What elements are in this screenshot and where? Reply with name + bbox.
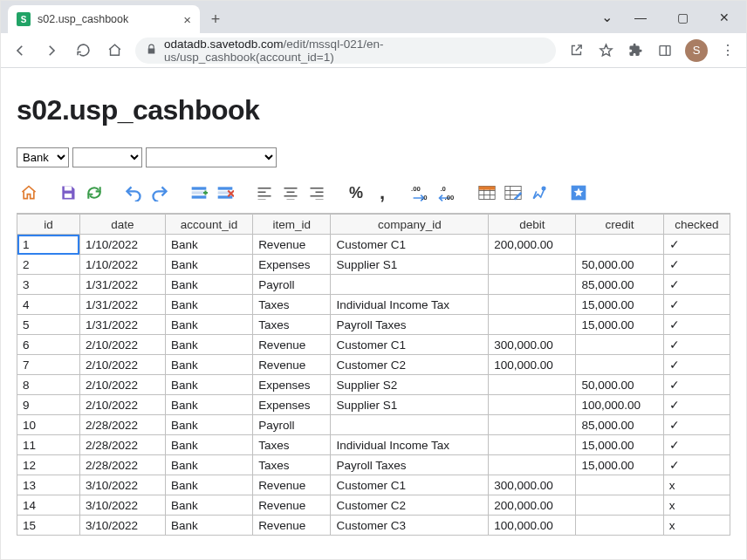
cell-item[interactable]: Revenue bbox=[253, 355, 331, 375]
cell-company[interactable]: Customer C1 bbox=[331, 475, 489, 495]
cell-checked[interactable]: ✓ bbox=[663, 255, 730, 275]
cell-date[interactable]: 1/31/2022 bbox=[79, 315, 165, 335]
home-icon[interactable] bbox=[17, 181, 41, 204]
cell-company[interactable] bbox=[331, 415, 489, 435]
cell-account[interactable]: Bank bbox=[165, 355, 252, 375]
cell-account[interactable]: Bank bbox=[165, 516, 252, 536]
cell-checked[interactable]: ✓ bbox=[663, 415, 730, 435]
cell-account[interactable]: Bank bbox=[165, 295, 252, 315]
cell-account[interactable]: Bank bbox=[165, 395, 252, 415]
cell-id[interactable]: 15 bbox=[17, 516, 80, 536]
table-row[interactable]: 21/10/2022BankExpensesSupplier S150,000.… bbox=[17, 255, 730, 275]
cell-debit[interactable]: 200,000.00 bbox=[489, 495, 576, 516]
cell-date[interactable]: 2/28/2022 bbox=[79, 455, 165, 475]
cell-item[interactable]: Revenue bbox=[253, 495, 331, 516]
cell-id[interactable]: 11 bbox=[17, 435, 80, 455]
cell-credit[interactable]: 85,000.00 bbox=[576, 415, 663, 435]
cell-id[interactable]: 9 bbox=[17, 395, 80, 415]
cell-company[interactable]: Customer C1 bbox=[331, 335, 489, 355]
cell-account[interactable]: Bank bbox=[165, 475, 252, 495]
cell-item[interactable]: Taxes bbox=[253, 435, 331, 455]
cell-account[interactable]: Bank bbox=[165, 495, 252, 516]
table-row[interactable]: 41/31/2022BankTaxesIndividual Income Tax… bbox=[17, 295, 730, 315]
sidepanel-button[interactable] bbox=[652, 38, 678, 64]
cell-checked[interactable]: ✓ bbox=[663, 295, 730, 315]
cell-credit[interactable] bbox=[576, 355, 663, 375]
bookmark-button[interactable] bbox=[593, 38, 619, 64]
cell-item[interactable]: Payroll bbox=[253, 275, 331, 295]
cell-date[interactable]: 3/10/2022 bbox=[79, 475, 165, 495]
table-row[interactable]: 133/10/2022BankRevenueCustomer C1300,000… bbox=[17, 475, 730, 495]
table-row[interactable]: 102/28/2022BankPayroll85,000.00✓ bbox=[17, 415, 730, 435]
table-row[interactable]: 82/10/2022BankExpensesSupplier S250,000.… bbox=[17, 375, 730, 395]
cell-account[interactable]: Bank bbox=[165, 455, 252, 475]
cell-credit[interactable]: 100,000.00 bbox=[576, 395, 663, 415]
cell-id[interactable]: 5 bbox=[17, 315, 80, 335]
cell-id[interactable]: 8 bbox=[17, 375, 80, 395]
favorite-icon[interactable] bbox=[566, 181, 591, 204]
company-filter[interactable] bbox=[146, 147, 277, 167]
cell-item[interactable]: Taxes bbox=[253, 315, 331, 335]
cell-date[interactable]: 2/10/2022 bbox=[79, 335, 165, 355]
back-button[interactable] bbox=[6, 37, 34, 65]
cell-company[interactable]: Customer C2 bbox=[331, 495, 489, 516]
percent-format-icon[interactable]: % bbox=[344, 181, 368, 204]
table-row[interactable]: 112/28/2022BankTaxesIndividual Income Ta… bbox=[17, 435, 730, 455]
close-window-button[interactable]: ✕ bbox=[706, 4, 743, 31]
table-row[interactable]: 92/10/2022BankExpensesSupplier S1100,000… bbox=[17, 395, 730, 415]
cell-checked[interactable]: ✓ bbox=[663, 235, 730, 255]
cell-checked[interactable]: ✓ bbox=[663, 395, 730, 415]
header-debit[interactable]: debit bbox=[489, 215, 576, 235]
cell-debit[interactable] bbox=[489, 395, 576, 415]
cell-checked[interactable]: x bbox=[663, 495, 730, 516]
cell-company[interactable]: Supplier S1 bbox=[331, 395, 489, 415]
cell-account[interactable]: Bank bbox=[165, 255, 252, 275]
cell-credit[interactable]: 15,000.00 bbox=[576, 435, 663, 455]
table-row[interactable]: 72/10/2022BankRevenueCustomer C2100,000.… bbox=[17, 355, 730, 375]
cell-company[interactable]: Customer C2 bbox=[331, 355, 489, 375]
browser-tab-active[interactable]: S s02.usp_cashbook × bbox=[8, 5, 200, 33]
cell-item[interactable]: Expenses bbox=[253, 375, 331, 395]
cell-item[interactable]: Payroll bbox=[253, 415, 331, 435]
header-id[interactable]: id bbox=[17, 215, 80, 235]
cell-debit[interactable] bbox=[489, 295, 576, 315]
cell-checked[interactable]: ✓ bbox=[663, 335, 730, 355]
cell-id[interactable]: 14 bbox=[17, 495, 80, 516]
cell-credit[interactable] bbox=[576, 475, 663, 495]
cell-credit[interactable] bbox=[576, 495, 663, 516]
url-input[interactable]: odatadb.savetodb.com/edit/mssql-021/en-u… bbox=[135, 38, 556, 64]
account-filter[interactable]: Bank bbox=[17, 147, 69, 167]
cell-credit[interactable]: 50,000.00 bbox=[576, 375, 663, 395]
cell-checked[interactable]: ✓ bbox=[663, 375, 730, 395]
cell-company[interactable]: Customer C1 bbox=[331, 235, 489, 255]
header-date[interactable]: date bbox=[79, 215, 165, 235]
cell-company[interactable]: Supplier S1 bbox=[331, 255, 489, 275]
table-row[interactable]: 153/10/2022BankRevenueCustomer C3100,000… bbox=[17, 516, 730, 536]
forward-button[interactable] bbox=[38, 37, 65, 65]
cell-debit[interactable]: 300,000.00 bbox=[489, 475, 576, 495]
redo-icon[interactable] bbox=[147, 181, 172, 204]
header-item[interactable]: item_id bbox=[253, 215, 331, 235]
cell-date[interactable]: 3/10/2022 bbox=[79, 495, 165, 516]
profile-avatar[interactable]: S bbox=[685, 39, 708, 62]
cell-debit[interactable]: 100,000.00 bbox=[489, 516, 576, 536]
cell-account[interactable]: Bank bbox=[165, 275, 252, 295]
chevron-down-icon[interactable]: ⌄ bbox=[596, 4, 617, 31]
cell-credit[interactable]: 15,000.00 bbox=[576, 455, 663, 475]
undo-icon[interactable] bbox=[121, 181, 146, 204]
table-row[interactable]: 31/31/2022BankPayroll85,000.00✓ bbox=[17, 275, 730, 295]
cell-checked[interactable]: ✓ bbox=[663, 455, 730, 475]
kebab-menu[interactable]: ⋮ bbox=[715, 38, 741, 64]
reload-button[interactable] bbox=[69, 37, 97, 65]
cell-checked[interactable]: x bbox=[663, 475, 730, 495]
cell-company[interactable]: Customer C3 bbox=[331, 516, 489, 536]
cell-account[interactable]: Bank bbox=[165, 435, 252, 455]
save-icon[interactable] bbox=[56, 181, 80, 204]
header-credit[interactable]: credit bbox=[576, 215, 663, 235]
header-company[interactable]: company_id bbox=[331, 215, 489, 235]
decrease-decimals-icon[interactable]: .0.00 bbox=[435, 181, 460, 204]
item-filter[interactable] bbox=[72, 147, 142, 167]
cell-item[interactable]: Taxes bbox=[253, 455, 331, 475]
cell-checked[interactable]: ✓ bbox=[663, 275, 730, 295]
cell-checked[interactable]: ✓ bbox=[663, 435, 730, 455]
